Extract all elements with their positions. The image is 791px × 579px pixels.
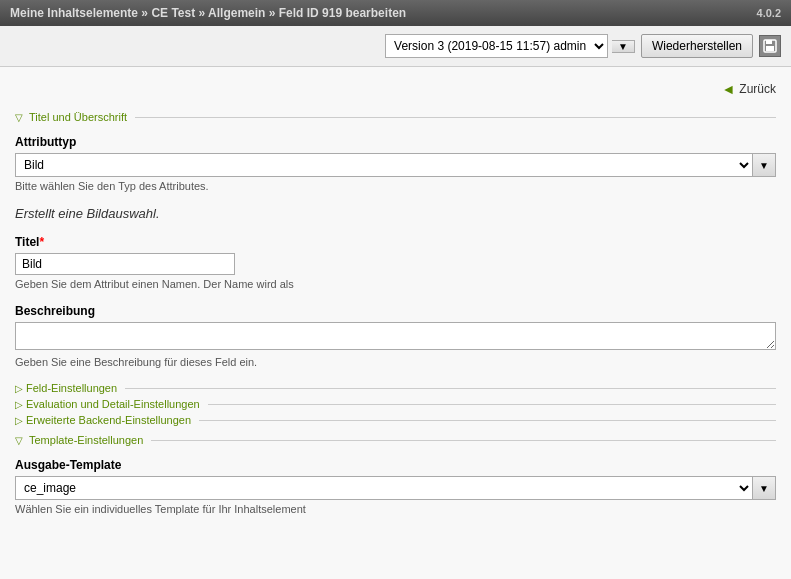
titel-required: *: [39, 235, 44, 249]
beschreibung-group: Beschreibung Geben Sie eine Beschreibung…: [15, 304, 776, 368]
attributtyp-italic: Erstellt eine Bildauswahl.: [15, 206, 776, 221]
ausgabe-template-help: Wählen Sie ein individuelles Template fü…: [15, 503, 776, 515]
section-title-header: ▽ Titel und Überschrift: [15, 111, 776, 123]
feld-einstellungen-toggle: ▷: [15, 383, 23, 394]
section-title-line: [135, 117, 776, 118]
attributtyp-group: Attributtyp Bild ▼ Bitte wählen Sie den …: [15, 135, 776, 192]
attributtyp-label: Attributtyp: [15, 135, 776, 149]
titel-help: Geben Sie dem Attribut einen Namen. Der …: [15, 278, 776, 290]
titel-label: Titel*: [15, 235, 776, 249]
feld-einstellungen-label: Feld-Einstellungen: [26, 382, 117, 394]
ausgabe-template-label: Ausgabe-Template: [15, 458, 776, 472]
erweiterte-header[interactable]: ▷ Erweiterte Backend-Einstellungen: [15, 414, 776, 426]
version-select[interactable]: Version 3 (2019-08-15 11:57) admin: [385, 34, 608, 58]
svg-rect-2: [766, 46, 774, 51]
main-content: ◄ Zurück ▽ Titel und Überschrift Attribu…: [0, 67, 791, 579]
feld-einstellungen-line: [125, 388, 776, 389]
feld-einstellungen-header[interactable]: ▷ Feld-Einstellungen: [15, 382, 776, 394]
titel-input[interactable]: [15, 253, 235, 275]
erweiterte-section: ▷ Erweiterte Backend-Einstellungen: [15, 414, 776, 426]
ausgabe-template-select[interactable]: ce_image: [15, 476, 753, 500]
template-section-line: [151, 440, 776, 441]
ausgabe-template-select-btn[interactable]: ▼: [753, 476, 776, 500]
erweiterte-toggle: ▷: [15, 415, 23, 426]
attributtyp-help: Bitte wählen Sie den Typ des Attributes.: [15, 180, 776, 192]
back-bar: ◄ Zurück: [15, 75, 776, 103]
back-label: Zurück: [739, 82, 776, 96]
ausgabe-template-select-wrapper: ce_image ▼: [15, 476, 776, 500]
title-bar: Meine Inhaltselemente » CE Test » Allgem…: [0, 0, 791, 26]
evaluation-line: [208, 404, 776, 405]
attributtyp-select-wrapper: Bild ▼: [15, 153, 776, 177]
floppy-icon[interactable]: [759, 35, 781, 57]
evaluation-toggle: ▷: [15, 399, 23, 410]
beschreibung-input[interactable]: [15, 322, 776, 350]
template-section-toggle[interactable]: ▽: [15, 435, 23, 446]
evaluation-header[interactable]: ▷ Evaluation und Detail-Einstellungen: [15, 398, 776, 410]
feld-einstellungen-section: ▷ Feld-Einstellungen: [15, 382, 776, 394]
restore-button[interactable]: Wiederherstellen: [641, 34, 753, 58]
breadcrumb: Meine Inhaltselemente » CE Test » Allgem…: [10, 6, 406, 20]
version-select-arrow[interactable]: ▼: [612, 40, 635, 53]
erweiterte-line: [199, 420, 776, 421]
section-title-label: Titel und Überschrift: [29, 111, 127, 123]
svg-rect-1: [766, 40, 772, 44]
back-arrow-icon: ◄: [721, 81, 735, 97]
beschreibung-label: Beschreibung: [15, 304, 776, 318]
attributtyp-select[interactable]: Bild: [15, 153, 753, 177]
section-title-toggle[interactable]: ▽: [15, 112, 23, 123]
template-section-label: Template-Einstellungen: [29, 434, 143, 446]
back-link[interactable]: ◄ Zurück: [721, 81, 776, 97]
evaluation-section: ▷ Evaluation und Detail-Einstellungen: [15, 398, 776, 410]
titel-group: Titel* Geben Sie dem Attribut einen Name…: [15, 235, 776, 290]
template-section-header: ▽ Template-Einstellungen: [15, 434, 776, 446]
beschreibung-help: Geben Sie eine Beschreibung für dieses F…: [15, 356, 776, 368]
erweiterte-label: Erweiterte Backend-Einstellungen: [26, 414, 191, 426]
template-section: ▽ Template-Einstellungen Ausgabe-Templat…: [15, 434, 776, 515]
ausgabe-template-group: Ausgabe-Template ce_image ▼ Wählen Sie e…: [15, 458, 776, 515]
toolbar: Version 3 (2019-08-15 11:57) admin ▼ Wie…: [0, 26, 791, 67]
attributtyp-select-btn[interactable]: ▼: [753, 153, 776, 177]
version-label: 4.0.2: [757, 7, 781, 19]
version-select-wrapper: Version 3 (2019-08-15 11:57) admin ▼: [385, 34, 635, 58]
evaluation-label: Evaluation und Detail-Einstellungen: [26, 398, 200, 410]
